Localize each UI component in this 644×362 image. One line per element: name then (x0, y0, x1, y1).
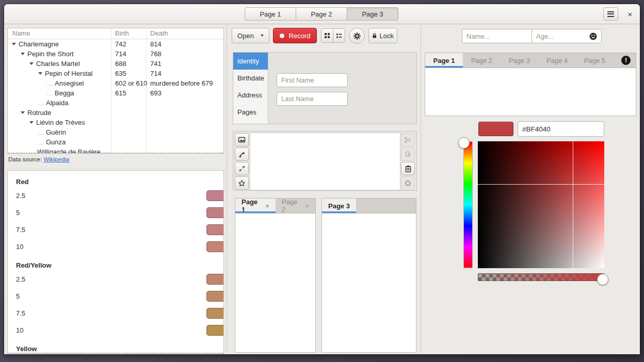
color-swatch[interactable] (206, 274, 224, 285)
sidebar-item-birthdate[interactable]: Birthdate (233, 70, 268, 87)
name-input[interactable] (462, 29, 532, 43)
expander-icon[interactable] (12, 43, 16, 45)
expand-button[interactable] (235, 162, 249, 175)
record-button[interactable]: Record (273, 28, 317, 43)
tab-label: Page 4 (546, 57, 568, 64)
list-view-toggle[interactable] (333, 28, 345, 43)
last-name-field[interactable] (277, 92, 348, 106)
color-section-header: Red (16, 176, 223, 187)
delete-icon (404, 179, 412, 187)
color-list-item[interactable]: 10 (16, 322, 223, 339)
color-swatch[interactable] (206, 325, 224, 336)
saturation-value-plane[interactable] (478, 141, 604, 268)
wikipedia-link[interactable]: Wikipedia (43, 156, 69, 162)
tree-row[interactable]: Rotrude (8, 108, 223, 118)
tab-rp-page-3[interactable]: Page 3 (501, 53, 538, 68)
color-swatch[interactable] (206, 224, 224, 235)
data-source-line: Data source: Wikipedia (8, 156, 69, 162)
column-header-death[interactable]: Death (150, 29, 168, 37)
color-list-item[interactable]: 2.5 (16, 271, 223, 288)
header-tab-page-3[interactable]: Page 3 (347, 7, 398, 21)
menu-button[interactable] (603, 7, 618, 21)
tree-indent (8, 46, 12, 46)
color-swatch[interactable] (206, 308, 224, 319)
tab-rp-page-4[interactable]: Page 4 (538, 53, 576, 68)
color-section-header: Yellow (16, 343, 223, 354)
tree-indent (8, 124, 29, 125)
color-list-item[interactable]: 5 (16, 204, 223, 221)
hue-slider-handle[interactable] (458, 137, 470, 149)
color-list-item[interactable]: 7.5 (16, 305, 223, 322)
expander-icon[interactable] (29, 62, 34, 65)
tree-row[interactable]: Pepin of Herstal635714 (8, 69, 223, 78)
alpha-slider-handle[interactable] (597, 274, 608, 285)
lock-button[interactable]: Lock (368, 28, 397, 43)
tab-left-page-2[interactable]: Page 2× (276, 199, 315, 213)
hue-slider[interactable] (463, 141, 473, 268)
warning-badge[interactable]: ! (621, 56, 631, 65)
settings-button[interactable] (349, 28, 365, 44)
color-item-label: 10 (16, 326, 23, 334)
color-list-item[interactable]: 2.5 (16, 187, 223, 204)
expander-icon[interactable] (21, 53, 25, 55)
tree-row[interactable]: Gunza (8, 137, 223, 147)
tree-cell-death: 693 (150, 88, 162, 98)
alpha-slider[interactable] (478, 273, 604, 281)
tree-cell-birth: 602 or 610 (115, 78, 147, 88)
color-swatch[interactable] (206, 241, 224, 252)
copy-button[interactable] (401, 147, 415, 161)
header-tab-page-2[interactable]: Page 2 (296, 7, 347, 21)
tab-close-icon[interactable]: × (305, 202, 309, 210)
color-list-item[interactable]: 7.5 (16, 221, 223, 238)
tree-row[interactable]: Charlemagne742814 (8, 39, 223, 49)
sidebar-item-pages[interactable]: Pages (233, 104, 268, 121)
expander-icon[interactable] (29, 121, 34, 124)
tab-right-page-3[interactable]: Page 3 (322, 199, 356, 213)
open-button[interactable]: Open (232, 28, 269, 43)
tree-row[interactable]: Alpaida (8, 98, 223, 108)
column-header-name[interactable]: Name (12, 29, 30, 37)
color-swatch[interactable] (206, 291, 224, 302)
paste-button[interactable] (401, 162, 415, 175)
tab-close-icon[interactable]: × (265, 202, 269, 210)
tree-cell-birth: 635 (115, 69, 126, 78)
tree-row[interactable]: Charles Martel688741 (8, 59, 223, 69)
color-swatch[interactable] (206, 207, 224, 218)
insert-image-button[interactable] (235, 133, 249, 146)
header-tab-page-1[interactable]: Page 1 (245, 7, 296, 21)
tab-rp-page-5[interactable]: Page 5 (576, 53, 614, 68)
close-button[interactable]: × (622, 7, 638, 21)
tree-row[interactable]: Willigarde de Bavière (8, 147, 223, 154)
pane-separator-right[interactable] (421, 25, 421, 353)
expander-icon[interactable] (38, 72, 42, 75)
text-area[interactable] (250, 133, 400, 190)
insert-object-button[interactable] (235, 147, 249, 161)
tab-left-page-1[interactable]: Page 1× (235, 199, 276, 213)
tree-guide (38, 141, 44, 144)
tree-row[interactable]: Liévin de Trèves (8, 118, 223, 127)
delete-button[interactable] (401, 176, 415, 190)
sidebar-item-identity[interactable]: Identity (233, 53, 268, 70)
color-swatch-button[interactable] (478, 122, 513, 136)
tree-row[interactable]: Ansegisel602 or 610murdered before 679 (8, 78, 223, 88)
tab-rp-page-1[interactable]: Page 1 (425, 53, 463, 68)
sidebar-item-address[interactable]: Address (233, 87, 268, 104)
expander-icon[interactable] (21, 111, 25, 114)
pane-separator-left[interactable] (227, 25, 227, 353)
emoji-picker-button[interactable] (589, 32, 598, 41)
tab-rp-page-2[interactable]: Page 2 (463, 53, 501, 68)
grid-view-toggle[interactable] (321, 28, 333, 43)
tree-indent (8, 95, 47, 95)
cut-button[interactable] (401, 133, 415, 146)
first-name-field[interactable] (277, 73, 348, 87)
tree-row[interactable]: Begga615693 (8, 88, 223, 98)
tree-row[interactable]: Pepin the Short714768 (8, 49, 223, 59)
column-header-birth[interactable]: Birth (115, 29, 129, 37)
color-swatch[interactable] (206, 190, 224, 201)
color-list-item[interactable]: 5 (16, 288, 223, 305)
tree-cell-name: Liévin de Trèves (36, 118, 85, 127)
tree-row[interactable]: Guérin (8, 127, 223, 137)
color-list-item[interactable]: 10 (16, 238, 223, 255)
hex-color-input[interactable] (518, 121, 604, 137)
favorite-button[interactable] (235, 176, 249, 190)
